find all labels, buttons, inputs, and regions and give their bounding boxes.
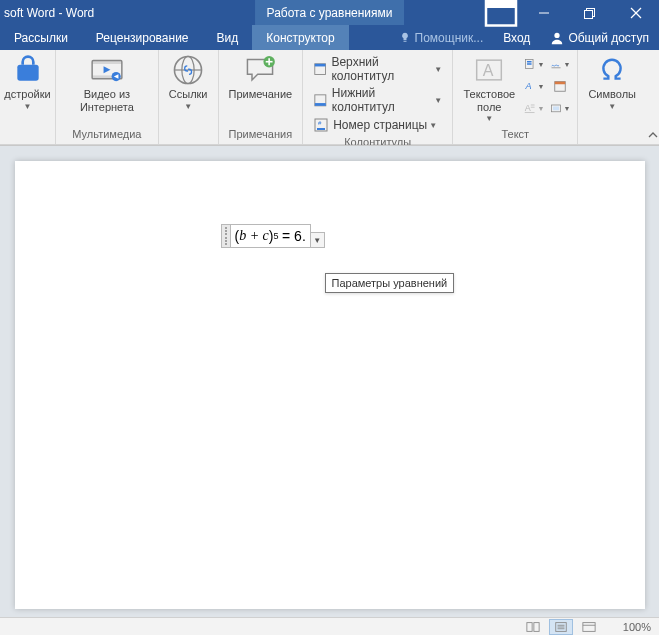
svg-point-7 — [555, 32, 560, 37]
group-header-footer: Верхний колонтитул ▼ Нижний колонтитул ▼… — [303, 50, 453, 144]
symbols-button[interactable]: Символы ▼ — [582, 52, 642, 113]
view-read-mode-button[interactable] — [521, 619, 545, 635]
tell-me-label: Помощник... — [415, 31, 484, 45]
chevron-down-icon: ▼ — [434, 96, 442, 105]
equation-options-tooltip: Параметры уравнений — [325, 273, 455, 293]
chevron-up-icon — [648, 130, 658, 140]
omega-icon — [596, 54, 628, 86]
svg-rect-31 — [527, 63, 532, 65]
status-bar: 100% — [0, 617, 659, 635]
quick-parts-button[interactable]: ▼ — [523, 54, 545, 74]
page-number-button[interactable]: # Номер страницы ▼ — [311, 116, 444, 134]
group-label-text: Текст — [457, 128, 573, 144]
wordart-button[interactable]: A▼ — [523, 76, 545, 96]
collapse-ribbon-button[interactable] — [646, 50, 659, 144]
equation-drag-handle[interactable] — [221, 224, 231, 248]
svg-text:A: A — [483, 62, 494, 79]
header-button[interactable]: Верхний колонтитул ▼ — [311, 54, 444, 84]
group-symbols: Символы ▼ — [578, 50, 646, 144]
svg-rect-10 — [92, 61, 122, 64]
wordart-icon: A — [524, 79, 536, 93]
date-time-button[interactable] — [549, 76, 571, 96]
group-label-comments: Примечания — [223, 128, 299, 144]
group-comments: Примечание Примечания — [219, 50, 304, 144]
svg-rect-41 — [553, 106, 559, 110]
svg-text:A: A — [525, 103, 531, 113]
equation-object[interactable]: (b + c)5 = 6. ▼ — [221, 224, 325, 248]
svg-rect-4 — [585, 10, 593, 18]
svg-rect-39 — [555, 82, 566, 85]
window-title: soft Word - Word — [0, 6, 94, 20]
svg-marker-12 — [103, 67, 110, 74]
lightbulb-icon — [399, 32, 411, 44]
object-icon — [550, 101, 562, 115]
svg-rect-43 — [534, 622, 539, 631]
view-web-layout-button[interactable] — [577, 619, 601, 635]
document-page[interactable]: (b + c)5 = 6. ▼ Параметры уравнений — [15, 161, 645, 609]
document-workspace[interactable]: (b + c)5 = 6. ▼ Параметры уравнений — [0, 145, 659, 630]
restore-button[interactable] — [567, 0, 613, 25]
footer-label: Нижний колонтитул — [332, 86, 432, 114]
store-icon — [12, 54, 44, 86]
tab-view[interactable]: Вид — [203, 25, 253, 50]
date-icon — [553, 79, 567, 93]
svg-rect-23 — [315, 103, 326, 106]
header-icon — [313, 61, 327, 77]
zoom-level[interactable]: 100% — [623, 621, 651, 633]
chevron-down-icon: ▼ — [24, 102, 32, 111]
text-box-label: Текстовое поле — [463, 88, 515, 113]
online-video-button[interactable]: Видео из Интернета — [60, 52, 154, 115]
tab-equation-design[interactable]: Конструктор — [252, 25, 348, 50]
symbols-label: Символы — [588, 88, 636, 101]
drop-cap-icon: A — [524, 101, 536, 115]
svg-rect-8 — [17, 65, 38, 81]
equation-options-dropdown[interactable]: ▼ — [311, 232, 325, 248]
footer-icon — [313, 92, 328, 108]
share-button[interactable]: Общий доступ — [540, 31, 659, 45]
chevron-down-icon: ▼ — [608, 102, 616, 111]
drop-cap-button[interactable]: A▼ — [523, 98, 545, 118]
window-controls — [481, 0, 659, 25]
page-number-label: Номер страницы — [333, 118, 427, 132]
signin-button[interactable]: Вход — [493, 31, 540, 45]
text-box-button[interactable]: A Текстовое поле ▼ — [457, 52, 521, 125]
svg-rect-42 — [527, 622, 532, 631]
new-comment-button[interactable]: Примечание — [223, 52, 299, 103]
signature-line-button[interactable]: ▼ — [549, 54, 571, 74]
video-icon — [91, 54, 123, 86]
tab-review[interactable]: Рецензирование — [82, 25, 203, 50]
title-bar: soft Word - Word Работа с уравнениями — [0, 0, 659, 25]
close-button[interactable] — [613, 0, 659, 25]
equation-content[interactable]: (b + c)5 = 6. — [231, 224, 311, 248]
footer-button[interactable]: Нижний колонтитул ▼ — [311, 85, 444, 115]
group-links: Ссылки ▼ — [159, 50, 219, 144]
ribbon: дстройки ▼ Видео из Интернета Мультимеди… — [0, 50, 659, 145]
tell-me-search[interactable]: Помощник... — [389, 31, 494, 45]
contextual-tab-label: Работа с уравнениями — [255, 0, 405, 25]
svg-rect-30 — [527, 61, 532, 63]
new-comment-label: Примечание — [229, 88, 293, 101]
links-button[interactable]: Ссылки ▼ — [163, 52, 214, 113]
header-label: Верхний колонтитул — [331, 55, 432, 83]
chevron-down-icon: ▼ — [485, 114, 493, 123]
signature-icon — [550, 57, 562, 71]
person-icon — [550, 31, 564, 45]
svg-text:#: # — [318, 120, 322, 126]
chevron-down-icon: ▼ — [434, 65, 442, 74]
textbox-icon: A — [473, 54, 505, 86]
svg-rect-1 — [486, 0, 516, 8]
svg-rect-48 — [583, 622, 595, 631]
minimize-button[interactable] — [521, 0, 567, 25]
svg-rect-26 — [317, 128, 325, 130]
links-label: Ссылки — [169, 88, 208, 101]
group-text: A Текстовое поле ▼ ▼ A▼ A▼ ▼ ▼ Текст — [453, 50, 578, 144]
svg-rect-21 — [315, 64, 326, 67]
view-print-layout-button[interactable] — [549, 619, 573, 635]
group-addins: дстройки ▼ — [0, 50, 56, 144]
object-button[interactable]: ▼ — [549, 98, 571, 118]
page-number-icon: # — [313, 117, 329, 133]
tab-mailings[interactable]: Рассылки — [0, 25, 82, 50]
addins-label: дстройки — [4, 88, 50, 101]
addins-button[interactable]: дстройки ▼ — [4, 52, 51, 113]
comment-icon — [244, 54, 276, 86]
